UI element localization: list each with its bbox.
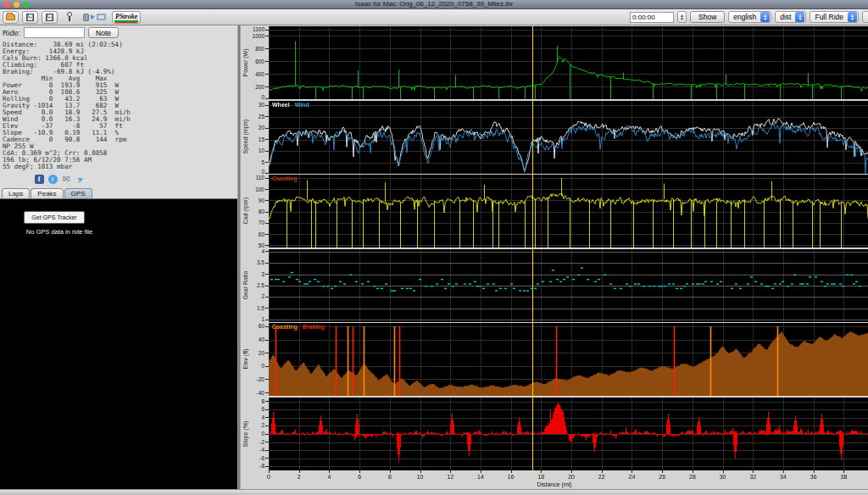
ride-label: Ride: (3, 29, 20, 37)
legend-item: Braking (303, 324, 325, 330)
x-tick-label: 16 (508, 474, 515, 480)
y-tick-label: 1 (261, 316, 264, 322)
x-tick-mark (843, 470, 844, 473)
x-tick-label: 36 (810, 474, 817, 480)
clipped-toolbar-button[interactable] (862, 11, 868, 23)
share-icon[interactable]: ➤ (74, 173, 86, 185)
y-tick-label: -40 (257, 390, 264, 396)
pstroke-button[interactable]: PStroke (112, 11, 141, 24)
chart-speed: Speed (mph)302520151050WheelWind (241, 101, 868, 174)
tab-laps[interactable]: Laps (2, 188, 30, 198)
ride-stats: Distance: 38.69 mi (2:02:54)Energy: 1428… (0, 40, 237, 170)
y-axis-label: Slope (%) (242, 398, 249, 470)
plot-speed[interactable]: WheelWind (269, 101, 868, 174)
y-axis-label: Gear Ratio (242, 249, 249, 322)
pstroke-logo: PStroke (114, 13, 138, 22)
chart-slope: Slope (%)86420-2-4-6-8 (241, 398, 868, 470)
share-icons: f t ✉ ➤ (0, 175, 119, 184)
y-tick-label: 0 (261, 94, 264, 100)
plot-elevation[interactable]: CoastingBraking (269, 323, 868, 396)
get-gps-tracker-button[interactable]: Get GPS Tracker (24, 211, 85, 224)
x-tick-mark (753, 470, 754, 473)
computer-icon (97, 14, 106, 20)
y-tick-label: 30 (259, 102, 264, 108)
y-axis-speed: Speed (mph)302520151050 (241, 101, 269, 174)
x-tick-label: 6 (358, 474, 361, 480)
close-window-button[interactable] (4, 2, 10, 8)
twitter-icon[interactable]: t (48, 175, 58, 184)
toolbar: PStroke ▲▼ Show english ▲▼ dist ▲▼ Full … (0, 9, 868, 25)
y-axis-label: Elev (ft) (242, 323, 249, 396)
main-content: Ride: Note Distance: 38.69 mi (2:02:54)E… (0, 25, 868, 489)
ride-name-input[interactable] (24, 27, 85, 38)
x-tick-label: 32 (749, 474, 756, 480)
y-tick-label: 0 (261, 169, 264, 175)
y-tick-label: 60 (259, 323, 264, 329)
y-axis-label: Power (W) (242, 26, 249, 99)
y-tick-label: 40 (259, 336, 264, 342)
open-file-button[interactable] (3, 11, 19, 24)
stats-line: 55 degF; 1013 mbar (3, 164, 237, 170)
y-tick-label: 20 (259, 125, 264, 131)
plot-power[interactable] (269, 26, 868, 99)
show-button[interactable]: Show (690, 11, 725, 23)
y-tick-label: 3.5 (257, 259, 264, 265)
y-tick-label: -8 (259, 463, 264, 469)
time-input[interactable] (630, 12, 674, 23)
charts-region: Power (W)110010008006004002000Speed (mph… (241, 25, 868, 489)
facebook-icon[interactable]: f (35, 175, 44, 184)
y-axis-slope: Slope (%)86420-2-4-6-8 (241, 398, 269, 470)
y-tick-label: 3 (261, 271, 264, 277)
y-axis-gear: Gear Ratio43.532.521.51 (241, 249, 269, 322)
y-tick-label: 100 (255, 186, 264, 192)
x-tick-label: 30 (720, 474, 726, 480)
plot-cadence[interactable]: Coasting (269, 175, 868, 248)
y-tick-label: 25 (259, 114, 264, 120)
x-tick-label: 14 (477, 474, 484, 480)
x-tick-label: 38 (841, 474, 848, 480)
y-tick-label: 110 (256, 175, 264, 181)
y-tick-label: 10 (259, 147, 264, 153)
tab-peaks[interactable]: Peaks (31, 188, 63, 198)
cursor-line[interactable] (532, 26, 533, 470)
legend: CoastingBraking (272, 324, 325, 330)
x-tick-label: 0 (267, 474, 270, 480)
x-tick-label: 2 (298, 474, 301, 480)
x-tick-mark (269, 470, 270, 473)
app-window: Isaac for Mac: Orig_06_12_2020_0758_39_M… (0, 0, 868, 495)
minimize-window-button[interactable] (14, 2, 19, 8)
y-tick-label: -6 (259, 455, 264, 461)
usb-download-button[interactable] (61, 11, 77, 24)
mail-icon[interactable]: ✉ (62, 175, 71, 184)
x-tick-label: 10 (417, 474, 424, 480)
zoom-window-button[interactable] (23, 2, 29, 8)
x-tick-mark (450, 470, 451, 473)
x-tick-mark (723, 470, 724, 473)
time-stepper[interactable]: ▲▼ (677, 11, 687, 23)
x-tick-label: 4 (327, 474, 331, 480)
mode-dropdown[interactable]: dist ▲▼ (775, 11, 806, 23)
tab-gps[interactable]: GPS (64, 188, 92, 198)
window-bottom-edge (0, 489, 868, 495)
window-titlebar[interactable]: Isaac for Mac: Orig_06_12_2020_0758_39_M… (0, 0, 868, 9)
range-dropdown[interactable]: Full Ride ▲▼ (810, 11, 859, 23)
y-axis-label: Cad (rpm) (242, 175, 249, 248)
chart-elevation: Elev (ft)6040200-20-40CoastingBraking (241, 323, 868, 396)
note-button[interactable]: Note (88, 27, 119, 38)
legend-item: Wind (295, 102, 309, 108)
y-axis-power: Power (W)110010008006004002000 (241, 26, 269, 99)
y-tick-label: 0 (261, 363, 264, 369)
x-axis-title: Distance (mi) (241, 481, 868, 487)
save-as-button[interactable] (42, 11, 58, 24)
upload-to-device-button[interactable] (81, 11, 108, 24)
y-tick-label: -20 (257, 376, 264, 382)
y-tick-label: 20 (259, 350, 264, 356)
units-dropdown[interactable]: english ▲▼ (728, 11, 771, 23)
legend: WheelWind (272, 102, 309, 108)
ride-row: Ride: Note (0, 25, 237, 40)
save-button[interactable] (22, 11, 38, 24)
plot-slope[interactable] (269, 398, 868, 470)
plot-gear[interactable] (269, 249, 868, 322)
x-tick-mark (481, 470, 481, 473)
x-tick-label: 20 (568, 474, 575, 480)
